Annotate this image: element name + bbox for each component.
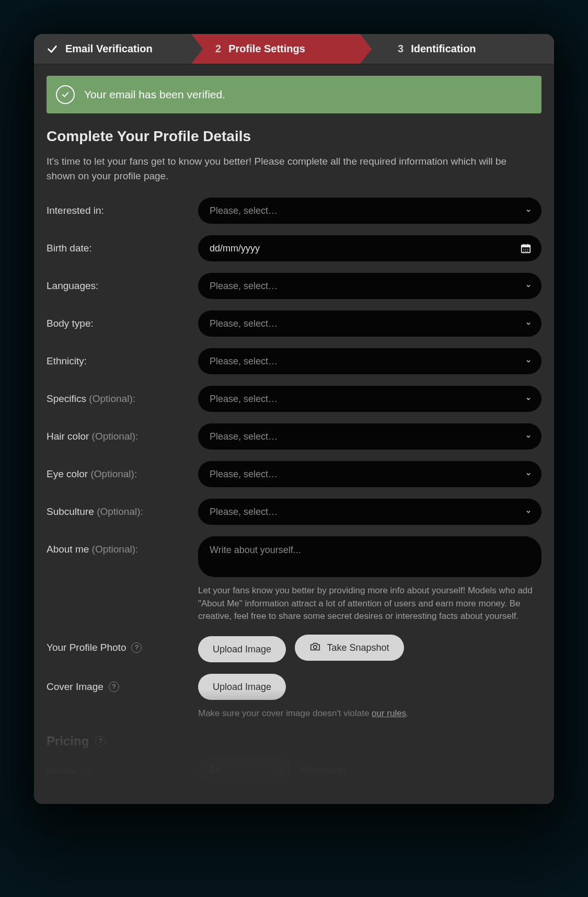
private-price-select[interactable]: 24 <box>198 758 292 783</box>
label-subculture: Subculture (Optional): <box>47 499 188 518</box>
specifics-select[interactable]: Please, select… <box>198 386 541 412</box>
label-specifics: Specifics (Optional): <box>47 386 188 405</box>
select-placeholder: Please, select… <box>210 318 278 329</box>
help-icon[interactable]: ? <box>95 736 106 746</box>
about-me-textarea[interactable]: Write about yourself... <box>198 536 541 577</box>
body-type-select[interactable]: Please, select… <box>198 310 541 337</box>
pricing-heading: Pricing ? <box>47 734 541 749</box>
page-title: Complete Your Profile Details <box>47 128 541 145</box>
eye-color-select[interactable]: Please, select… <box>198 461 541 487</box>
price-unit: tokens/min <box>301 765 346 776</box>
help-icon[interactable]: ? <box>109 682 119 692</box>
svg-point-10 <box>313 645 316 648</box>
select-placeholder: Please, select… <box>210 281 278 292</box>
upload-profile-photo-button[interactable]: Upload Image <box>198 636 286 662</box>
check-icon <box>47 43 58 55</box>
hair-color-select[interactable]: Please, select… <box>198 423 541 450</box>
svg-point-4 <box>523 249 524 250</box>
step-label: Profile Settings <box>228 43 305 55</box>
subculture-select[interactable]: Please, select… <box>198 499 541 525</box>
select-placeholder: Please, select… <box>210 507 278 518</box>
label-about-me: About me (Optional): <box>47 536 188 555</box>
stepper: Email Verification 2 Profile Settings 3 … <box>34 34 554 64</box>
step-identification[interactable]: 3 Identification <box>372 34 554 64</box>
email-verified-banner: Your email has been verified. <box>47 76 541 113</box>
step-number: 3 <box>398 43 403 55</box>
help-icon[interactable]: ? <box>131 642 142 653</box>
our-rules-link[interactable]: our rules <box>372 708 406 718</box>
label-eye-color: Eye color (Optional): <box>47 461 188 480</box>
date-placeholder: dd/mm/yyyy <box>210 243 260 254</box>
calendar-icon <box>520 242 532 255</box>
step-label: Email Verification <box>65 43 153 55</box>
interested-in-select[interactable]: Please, select… <box>198 198 541 224</box>
select-placeholder: Please, select… <box>210 469 278 480</box>
banner-text: Your email has been verified. <box>84 88 225 101</box>
label-ethnicity: Ethnicity: <box>47 348 188 367</box>
step-profile-settings[interactable]: 2 Profile Settings <box>191 34 372 64</box>
label-birth-date: Birth date: <box>47 235 188 254</box>
svg-point-5 <box>525 249 526 250</box>
camera-icon <box>309 641 321 655</box>
select-placeholder: Please, select… <box>210 356 278 367</box>
step-email-verification[interactable]: Email Verification <box>34 34 203 64</box>
label-body-type: Body type: <box>47 310 188 329</box>
step-number: 2 <box>215 43 221 55</box>
svg-point-6 <box>527 249 528 250</box>
label-hair-color: Hair color (Optional): <box>47 423 188 442</box>
chevron-down-icon <box>525 395 532 402</box>
ethnicity-select[interactable]: Please, select… <box>198 348 541 374</box>
svg-point-9 <box>527 251 528 252</box>
chevron-down-icon <box>525 508 532 515</box>
chevron-down-icon <box>525 470 532 478</box>
take-snapshot-button[interactable]: Take Snapshot <box>295 635 404 661</box>
check-circle-icon <box>56 85 75 104</box>
svg-point-7 <box>523 251 524 252</box>
birth-date-input[interactable]: dd/mm/yyyy <box>198 235 541 261</box>
content-area: Your email has been verified. Complete Y… <box>34 64 554 783</box>
label-private-price: Private ? <box>47 758 188 777</box>
label-profile-photo: Your Profile Photo ? <box>47 635 188 653</box>
chevron-down-icon <box>525 433 532 440</box>
registration-panel: Email Verification 2 Profile Settings 3 … <box>34 34 554 804</box>
chevron-down-icon <box>525 207 532 214</box>
chevron-down-icon <box>525 320 532 327</box>
label-interested-in: Interested in: <box>47 198 188 216</box>
help-icon[interactable]: ? <box>83 766 93 776</box>
about-me-helper: Let your fans know you better by providi… <box>198 584 541 623</box>
price-value: 24 <box>210 765 220 776</box>
label-languages: Languages: <box>47 273 188 292</box>
cover-image-helper: Make sure your cover image doesn't viola… <box>198 707 541 720</box>
chevron-down-icon <box>278 765 284 776</box>
upload-cover-image-button[interactable]: Upload Image <box>198 674 286 700</box>
svg-rect-1 <box>522 245 531 248</box>
textarea-placeholder: Write about yourself... <box>210 545 301 555</box>
languages-select[interactable]: Please, select… <box>198 273 541 299</box>
svg-point-8 <box>525 251 526 252</box>
chevron-down-icon <box>525 282 532 290</box>
intro-text: It's time to let your fans get to know y… <box>47 154 538 183</box>
select-placeholder: Please, select… <box>210 205 278 216</box>
chevron-down-icon <box>525 358 532 365</box>
step-label: Identification <box>411 43 476 55</box>
select-placeholder: Please, select… <box>210 431 278 442</box>
label-cover-image: Cover Image ? <box>47 674 188 693</box>
select-placeholder: Please, select… <box>210 394 278 405</box>
